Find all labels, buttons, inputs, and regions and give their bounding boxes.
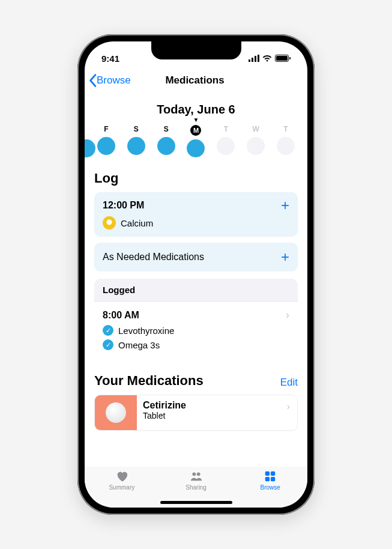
nav-bar: Browse Medications — [85, 68, 307, 93]
pill-icon — [103, 216, 116, 229]
svg-rect-1 — [252, 58, 253, 62]
med-image — [95, 395, 137, 430]
logged-card[interactable]: Logged 8:00 AM › ✓ Levothyroxine ✓ Omega… — [94, 279, 298, 357]
svg-rect-11 — [265, 477, 270, 481]
date-indicator-icon: ▼ — [94, 118, 298, 123]
svg-rect-0 — [249, 59, 250, 62]
check-icon: ✓ — [103, 325, 113, 336]
day-dot — [157, 137, 175, 155]
day-dot — [187, 139, 205, 157]
edit-meds-button[interactable]: Edit — [280, 377, 298, 389]
cellular-icon — [249, 55, 259, 62]
tab-label: Browse — [261, 484, 280, 491]
battery-icon — [275, 55, 291, 62]
svg-point-8 — [196, 472, 200, 476]
as-needed-label: As Needed Medications — [103, 252, 204, 262]
your-meds-title: Your Medications — [94, 373, 204, 389]
day-dot — [127, 137, 145, 155]
logged-header: Logged — [94, 279, 298, 302]
medication-card[interactable]: Cetirizine Tablet › — [94, 395, 298, 431]
logged-item[interactable]: ✓ Omega 3s — [103, 339, 289, 350]
day-sat[interactable]: S — [124, 125, 148, 155]
day-dot — [217, 137, 235, 155]
back-label: Browse — [97, 74, 131, 86]
logged-med-name: Omega 3s — [118, 340, 160, 350]
your-meds-header: Your Medications Edit — [94, 373, 298, 389]
notch — [151, 41, 241, 59]
tab-browse[interactable]: Browse — [233, 466, 307, 508]
day-dot — [277, 137, 295, 155]
status-icons — [249, 55, 291, 62]
add-as-needed-button[interactable]: + — [281, 251, 289, 263]
day-fri[interactable]: F — [94, 125, 118, 155]
logged-time: 8:00 AM — [103, 310, 139, 321]
grid-icon — [262, 470, 278, 483]
day-label-current: M — [190, 125, 201, 136]
content-area[interactable]: Today, June 6 ▼ F S S M — [85, 93, 307, 466]
day-sun[interactable]: S — [154, 125, 178, 155]
screen: 9:41 Browse Medications — [85, 41, 307, 508]
log-section-title: Log — [94, 171, 298, 186]
add-dose-button[interactable]: + — [281, 199, 289, 211]
logged-item[interactable]: ✓ Levothyroxine — [103, 325, 289, 336]
day-label: F — [104, 125, 108, 133]
svg-rect-6 — [289, 57, 291, 59]
logged-body[interactable]: 8:00 AM › ✓ Levothyroxine ✓ Omega 3s — [94, 302, 298, 357]
heart-icon — [114, 470, 130, 483]
day-label: T — [224, 125, 228, 133]
chevron-right-icon: › — [286, 309, 289, 321]
svg-rect-10 — [271, 472, 275, 476]
tab-label: Summary — [109, 484, 134, 491]
logged-med-name: Levothyroxine — [118, 326, 174, 336]
home-indicator[interactable] — [160, 501, 232, 504]
people-icon — [188, 470, 204, 483]
day-thu[interactable]: T — [274, 125, 298, 155]
status-time: 9:41 — [101, 53, 119, 64]
day-label: T — [283, 125, 288, 133]
svg-point-7 — [192, 472, 196, 476]
med-card-form: Tablet — [143, 411, 291, 420]
tab-label: Sharing — [185, 484, 206, 491]
tab-summary[interactable]: Summary — [85, 466, 159, 508]
day-mon-current[interactable]: M — [184, 125, 208, 157]
med-name: Calcium — [121, 218, 153, 228]
upcoming-med-row[interactable]: Calcium — [103, 216, 289, 229]
week-strip[interactable]: F S S M T — [94, 125, 298, 157]
device-frame: 9:41 Browse Medications — [77, 34, 315, 515]
svg-rect-9 — [265, 472, 270, 476]
day-tue[interactable]: T — [214, 125, 238, 155]
med-card-name: Cetirizine — [143, 400, 291, 411]
svg-rect-12 — [271, 477, 275, 481]
day-dot — [247, 137, 265, 155]
tablet-icon — [106, 402, 126, 423]
svg-rect-3 — [258, 55, 259, 62]
check-icon: ✓ — [103, 339, 113, 350]
dose-time: 12:00 PM — [103, 200, 144, 211]
wifi-icon — [262, 55, 272, 62]
upcoming-dose-card[interactable]: 12:00 PM + Calcium — [94, 192, 298, 237]
day-label: W — [252, 125, 259, 133]
back-button[interactable]: Browse — [88, 74, 131, 87]
chevron-right-icon: › — [287, 401, 290, 412]
as-needed-card[interactable]: As Needed Medications + — [94, 243, 298, 271]
date-heading: Today, June 6 — [94, 103, 298, 117]
day-dot — [97, 137, 115, 155]
day-label: S — [134, 125, 139, 133]
svg-rect-2 — [255, 56, 256, 62]
day-label: S — [164, 125, 169, 133]
day-wed[interactable]: W — [244, 125, 268, 155]
svg-rect-5 — [276, 56, 288, 61]
